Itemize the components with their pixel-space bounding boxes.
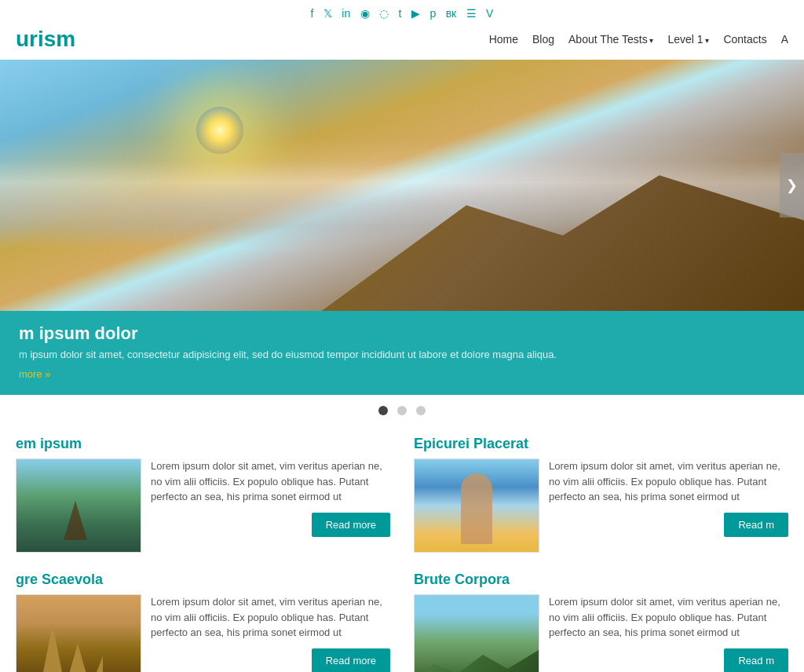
post-inner-1: Lorem ipsum dolor sit amet, vim veritus … xyxy=(414,458,788,553)
social-vk[interactable]: вк xyxy=(446,7,457,20)
social-youtube[interactable]: ▶ xyxy=(411,7,420,20)
nav-home[interactable]: Home xyxy=(489,33,518,46)
social-tumblr[interactable]: t xyxy=(399,7,402,20)
post-excerpt-3: Lorem ipsum dolor sit amet, vim veritus … xyxy=(549,594,788,641)
post-content-1: Lorem ipsum dolor sit amet, vim veritus … xyxy=(549,458,788,537)
post-content-3: Lorem ipsum dolor sit amet, vim veritus … xyxy=(549,594,788,672)
hero-clouds xyxy=(0,138,804,248)
header: urism Home Blog About The Tests Level 1 … xyxy=(0,27,804,60)
read-more-button-3[interactable]: Read m xyxy=(724,648,788,673)
post-card-0: em ipsum Lorem ipsum dolor sit amet, vim… xyxy=(16,436,390,553)
slider-dot-1[interactable] xyxy=(378,406,388,415)
post-inner-0: Lorem ipsum dolor sit amet, vim veritus … xyxy=(16,458,390,553)
post-card-1: Epicurei Placerat Lorem ipsum dolor sit … xyxy=(414,436,788,553)
hero-caption: m ipsum dolor m ipsum dolor sit amet, co… xyxy=(0,311,804,395)
hero-caption-title: m ipsum dolor xyxy=(19,323,785,344)
slider-dot-3[interactable] xyxy=(416,406,426,415)
slider-dot-2[interactable] xyxy=(397,406,407,415)
social-google[interactable]: ☰ xyxy=(466,7,477,20)
social-rss[interactable]: ◌ xyxy=(379,7,389,20)
main-nav: Home Blog About The Tests Level 1 Contac… xyxy=(489,33,788,46)
post-excerpt-1: Lorem ipsum dolor sit amet, vim veritus … xyxy=(549,458,788,505)
post-thumbnail-3 xyxy=(414,594,539,672)
post-thumbnail-1 xyxy=(414,458,539,553)
post-title-2: gre Scaevola xyxy=(16,572,390,588)
post-card-3: Brute Corpora Lorem ipsum dolor sit amet… xyxy=(414,572,788,672)
post-card-2: gre Scaevola Lorem ipsum dolor sit amet,… xyxy=(16,572,390,672)
post-content-2: Lorem ipsum dolor sit amet, vim veritus … xyxy=(151,594,390,672)
nav-about-the-tests[interactable]: About The Tests xyxy=(568,33,653,46)
slider-dots xyxy=(0,395,804,428)
post-content-0: Lorem ipsum dolor sit amet, vim veritus … xyxy=(151,458,390,537)
site-title: urism xyxy=(16,27,75,52)
read-more-button-2[interactable]: Read more xyxy=(312,648,390,673)
social-instagram[interactable]: ◉ xyxy=(360,7,370,20)
post-inner-3: Lorem ipsum dolor sit amet, vim veritus … xyxy=(414,594,788,672)
nav-level-1[interactable]: Level 1 xyxy=(667,33,709,46)
hero-image xyxy=(0,60,804,311)
post-title-3: Brute Corpora xyxy=(414,572,788,588)
social-pinterest[interactable]: p xyxy=(429,7,436,20)
hero-slider: ❯ xyxy=(0,60,804,311)
post-inner-2: Lorem ipsum dolor sit amet, vim veritus … xyxy=(16,594,390,672)
hero-caption-text: m ipsum dolor sit amet, consectetur adip… xyxy=(19,349,785,360)
post-excerpt-2: Lorem ipsum dolor sit amet, vim veritus … xyxy=(151,594,390,641)
post-title-0: em ipsum xyxy=(16,436,390,452)
social-vine[interactable]: V xyxy=(486,7,493,20)
post-thumbnail-2 xyxy=(16,594,141,672)
nav-blog[interactable]: Blog xyxy=(532,33,554,46)
post-title-1: Epicurei Placerat xyxy=(414,436,788,452)
posts-grid: em ipsum Lorem ipsum dolor sit amet, vim… xyxy=(16,436,788,672)
social-twitter[interactable]: 𝕏 xyxy=(323,7,332,20)
social-bar: f 𝕏 in ◉ ◌ t ▶ p вк ☰ V xyxy=(0,0,804,27)
slider-next-button[interactable]: ❯ xyxy=(780,153,804,217)
read-more-button-1[interactable]: Read m xyxy=(724,513,788,537)
posts-section: em ipsum Lorem ipsum dolor sit amet, vim… xyxy=(0,428,804,672)
site-title-text: urism xyxy=(16,27,75,51)
post-thumbnail-0 xyxy=(16,458,141,553)
read-more-button-0[interactable]: Read more xyxy=(312,513,390,537)
post-excerpt-0: Lorem ipsum dolor sit amet, vim veritus … xyxy=(151,458,390,505)
nav-extra[interactable]: A xyxy=(781,33,788,46)
hero-caption-link[interactable]: more » xyxy=(19,368,50,380)
social-linkedin[interactable]: in xyxy=(342,7,350,20)
nav-contacts[interactable]: Contacts xyxy=(723,33,766,46)
social-facebook[interactable]: f xyxy=(311,7,314,20)
